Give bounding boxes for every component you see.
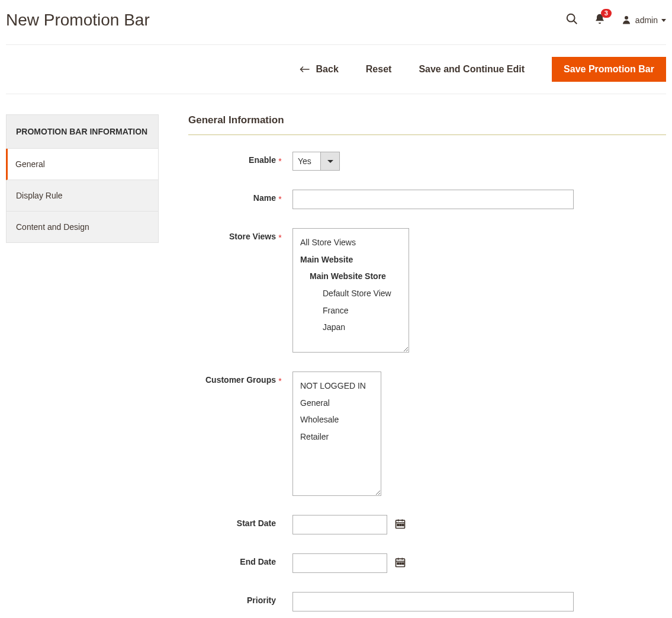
chevron-down-icon	[320, 152, 339, 170]
list-item[interactable]: General	[300, 395, 374, 412]
svg-point-2	[625, 16, 628, 20]
store-views-label: Store Views	[188, 228, 276, 241]
reset-button[interactable]: Reset	[366, 64, 392, 75]
page-header: New Promotion Bar 3 admin	[6, 6, 666, 44]
svg-line-1	[574, 21, 577, 24]
customer-groups-select[interactable]: NOT LOGGED IN General Wholesale Retailer	[292, 372, 381, 496]
list-item[interactable]: France	[300, 302, 401, 319]
store-views-select[interactable]: All Store Views Main Website Main Websit…	[292, 228, 409, 353]
start-date-label: Start Date	[188, 515, 276, 528]
section-title: General Information	[188, 114, 666, 135]
list-item[interactable]: All Store Views	[300, 234, 401, 251]
user-icon	[621, 14, 632, 27]
svg-rect-10	[402, 524, 404, 526]
svg-rect-15	[397, 562, 399, 564]
sidebar-item-general[interactable]: General	[6, 149, 159, 180]
sidebar-heading: PROMOTION BAR INFORMATION	[6, 114, 159, 149]
bell-icon	[594, 17, 606, 27]
notifications-button[interactable]: 3	[594, 13, 606, 27]
list-item[interactable]: Japan	[300, 319, 401, 336]
calendar-icon[interactable]	[394, 556, 406, 571]
svg-rect-17	[402, 562, 404, 564]
sidebar: PROMOTION BAR INFORMATION General Displa…	[6, 114, 159, 618]
list-item[interactable]: Main Website Store	[300, 268, 401, 285]
priority-input[interactable]	[292, 592, 574, 611]
svg-point-0	[567, 14, 575, 22]
sidebar-item-content-design[interactable]: Content and Design	[6, 212, 159, 243]
save-continue-button[interactable]: Save and Continue Edit	[419, 64, 525, 75]
list-item[interactable]: Wholesale	[300, 411, 374, 428]
user-name: admin	[635, 15, 658, 25]
caret-down-icon	[661, 19, 666, 22]
page-title: New Promotion Bar	[6, 11, 150, 30]
back-button[interactable]: Back	[300, 64, 339, 75]
search-icon[interactable]	[565, 12, 578, 28]
notification-badge: 3	[601, 9, 612, 18]
customer-groups-label: Customer Groups	[188, 372, 276, 385]
svg-rect-16	[400, 562, 401, 564]
priority-label: Priority	[188, 592, 276, 605]
name-label: Name	[188, 190, 276, 203]
svg-rect-9	[400, 524, 401, 526]
end-date-input[interactable]	[292, 553, 387, 573]
actions-bar: Back Reset Save and Continue Edit Save P…	[6, 51, 666, 94]
svg-rect-8	[397, 524, 399, 526]
list-item[interactable]: NOT LOGGED IN	[300, 377, 374, 395]
list-item[interactable]: Retailer	[300, 428, 374, 446]
calendar-icon[interactable]	[394, 518, 406, 532]
save-button[interactable]: Save Promotion Bar	[552, 57, 666, 82]
enable-label: Enable	[188, 152, 276, 165]
start-date-input[interactable]	[292, 515, 387, 534]
user-menu[interactable]: admin	[621, 14, 666, 27]
list-item[interactable]: Main Website	[300, 251, 401, 268]
list-item[interactable]: Default Store View	[300, 285, 401, 302]
sidebar-item-display-rule[interactable]: Display Rule	[6, 180, 159, 212]
end-date-label: End Date	[188, 553, 276, 566]
name-input[interactable]	[292, 190, 574, 209]
enable-select[interactable]: Yes	[292, 152, 340, 171]
